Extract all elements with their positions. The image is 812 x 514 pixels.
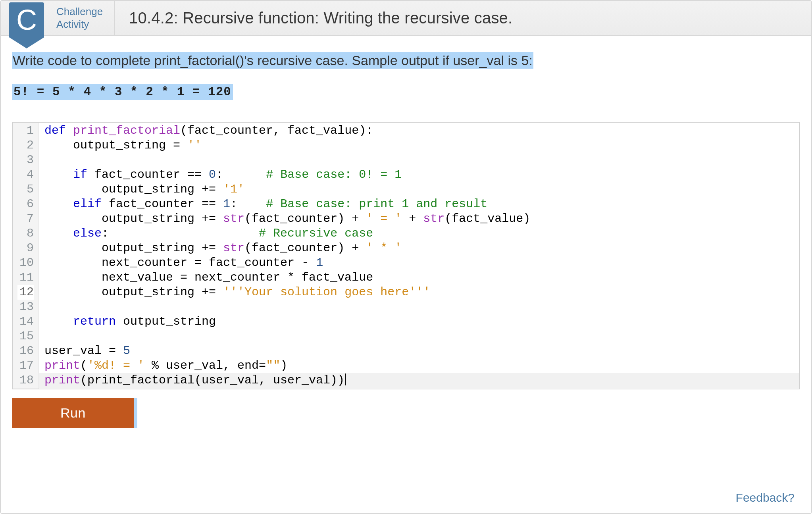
code-line[interactable]: output_string += str(fact_counter) + ' *… <box>44 241 799 256</box>
code-line[interactable]: return output_string <box>44 314 799 329</box>
code-line[interactable]: user_val = 5 <box>44 344 799 358</box>
line-number: 12 <box>17 285 34 300</box>
line-number: 9 <box>17 241 34 256</box>
line-number: 4 <box>17 167 34 182</box>
run-button[interactable]: Run <box>12 398 134 428</box>
code-line[interactable]: print(print_factorial(user_val, user_val… <box>39 373 799 388</box>
challenge-label-line2: Activity <box>56 18 103 31</box>
line-number: 10 <box>17 256 34 270</box>
header-bar: C Challenge Activity 10.4.2: Recursive f… <box>1 1 811 36</box>
run-button-divider <box>134 398 137 428</box>
code-line[interactable]: output_string += str(fact_counter) + ' =… <box>44 212 799 226</box>
line-number: 15 <box>17 329 34 344</box>
challenge-label-line1: Challenge <box>56 5 103 18</box>
code-line[interactable]: output_string += '''Your solution goes h… <box>44 285 799 300</box>
line-number: 1 <box>17 123 34 138</box>
line-number: 18 <box>17 373 34 388</box>
line-number: 16 <box>17 344 34 358</box>
code-line[interactable]: def print_factorial(fact_counter, fact_v… <box>44 123 799 138</box>
line-number: 2 <box>17 138 34 153</box>
badge-tail-icon <box>9 37 44 48</box>
line-number: 13 <box>17 300 34 314</box>
line-number: 7 <box>17 212 34 226</box>
challenge-label: Challenge Activity <box>52 1 115 35</box>
line-number: 14 <box>17 314 34 329</box>
line-number: 5 <box>17 182 34 197</box>
feedback-link[interactable]: Feedback? <box>736 491 795 504</box>
prompt-row: Write code to complete print_factorial()… <box>12 52 800 70</box>
line-gutter: 123456789101112131415161718 <box>13 123 39 389</box>
badge-letter: C <box>9 2 44 37</box>
code-line[interactable]: print('%d! = ' % user_val, end="") <box>44 358 799 373</box>
code-line[interactable]: if fact_counter == 0: # Base case: 0! = … <box>44 167 799 182</box>
badge-wrap: C <box>1 1 52 35</box>
code-line[interactable]: output_string = '' <box>44 138 799 153</box>
code-line[interactable]: next_counter = fact_counter - 1 <box>44 256 799 270</box>
code-line[interactable] <box>44 300 799 314</box>
line-number: 8 <box>17 226 34 241</box>
sample-output: 5! = 5 * 4 * 3 * 2 * 1 = 120 <box>12 85 800 99</box>
line-number: 3 <box>17 153 34 167</box>
challenge-badge: C <box>9 2 44 46</box>
code-line[interactable]: output_string += '1' <box>44 182 799 197</box>
code-line[interactable] <box>44 153 799 167</box>
prompt-text: Write code to complete print_factorial()… <box>12 52 533 69</box>
code-line[interactable]: next_value = next_counter * fact_value <box>44 270 799 285</box>
line-number: 17 <box>17 358 34 373</box>
sample-output-text: 5! = 5 * 4 * 3 * 2 * 1 = 120 <box>12 84 233 100</box>
code-editor[interactable]: 123456789101112131415161718 def print_fa… <box>12 122 800 389</box>
code-line[interactable]: elif fact_counter == 1: # Base case: pri… <box>44 197 799 212</box>
activity-title: 10.4.2: Recursive function: Writing the … <box>115 1 512 35</box>
code-line[interactable] <box>44 329 799 344</box>
code-line[interactable]: else: # Recursive case <box>44 226 799 241</box>
line-number: 6 <box>17 197 34 212</box>
line-number: 11 <box>17 270 34 285</box>
cursor-icon <box>345 373 346 385</box>
run-row: Run <box>12 398 800 428</box>
code-body[interactable]: def print_factorial(fact_counter, fact_v… <box>39 123 799 389</box>
